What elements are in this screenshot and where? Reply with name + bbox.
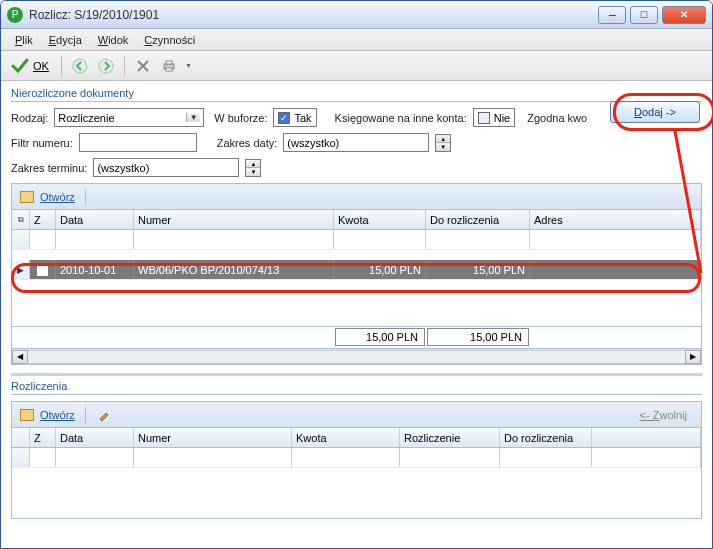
scroll-right-icon[interactable]: ▶ bbox=[685, 350, 701, 364]
menu-widok[interactable]: Widok bbox=[92, 32, 135, 48]
checkbox-unchecked-icon[interactable] bbox=[478, 112, 490, 124]
separator bbox=[85, 189, 86, 205]
col-dorozliczenia[interactable]: Do rozliczenia bbox=[500, 428, 592, 447]
row-pointer-icon: ▶ bbox=[12, 260, 30, 279]
col-z[interactable]: Z bbox=[30, 210, 56, 229]
row-marker-header[interactable]: ⧉ bbox=[12, 210, 30, 229]
spin-down-icon[interactable]: ▼ bbox=[436, 143, 450, 151]
col-dorozliczenia[interactable]: Do rozliczenia bbox=[426, 210, 530, 229]
folder-open-icon[interactable] bbox=[20, 191, 34, 203]
grid2-body bbox=[12, 448, 701, 518]
scroll-left-icon[interactable]: ◀ bbox=[12, 350, 28, 364]
svg-point-1 bbox=[99, 59, 113, 73]
app-icon: P bbox=[7, 7, 23, 23]
ksieg-label: Księgowane na inne konta: bbox=[335, 112, 467, 124]
section-rozliczenia-label: Rozliczenia bbox=[11, 380, 702, 392]
wbuforze-label: W buforze: bbox=[214, 112, 267, 124]
svg-point-0 bbox=[73, 59, 87, 73]
grid1: ⧉ Z Data Numer Kwota Do rozliczenia Adre… bbox=[11, 209, 702, 349]
check-icon bbox=[11, 58, 29, 74]
separator bbox=[124, 56, 125, 76]
dodaj-button[interactable]: Dodaj -> bbox=[610, 101, 700, 123]
rodzaj-label: Rodzaj: bbox=[11, 112, 48, 124]
col-rest[interactable] bbox=[592, 428, 701, 447]
ksieg-field[interactable]: Nie bbox=[473, 108, 516, 127]
scroll-track[interactable] bbox=[28, 350, 685, 364]
svg-rect-4 bbox=[166, 68, 172, 71]
footer-dor: 15,00 PLN bbox=[427, 328, 529, 346]
col-data[interactable]: Data bbox=[56, 210, 134, 229]
dropdown-caret-icon[interactable]: ▼ bbox=[185, 62, 192, 69]
grid2-header: Z Data Numer Kwota Rozliczenie Do rozlic… bbox=[12, 428, 701, 448]
grid1-toolbar: Otwórz bbox=[11, 183, 702, 209]
cell-data: 2010-10-01 bbox=[56, 260, 134, 279]
col-numer[interactable]: Numer bbox=[134, 428, 292, 447]
footer-kwota: 15,00 PLN bbox=[335, 328, 425, 346]
zakres-daty-label: Zakres daty: bbox=[217, 137, 278, 149]
col-kwota[interactable]: Kwota bbox=[292, 428, 400, 447]
table-row[interactable]: ▶ 2010-10-01 WB/06/PKO BP/2010/074/13 15… bbox=[12, 260, 701, 280]
separator bbox=[11, 394, 702, 395]
rodzaj-value[interactable] bbox=[58, 110, 186, 125]
filtr-label: Filtr numeru: bbox=[11, 137, 73, 149]
zakres-daty-spinner[interactable]: ▲▼ bbox=[435, 134, 451, 152]
col-data[interactable]: Data bbox=[56, 428, 134, 447]
zakres-terminu-input[interactable] bbox=[93, 158, 239, 177]
folder-open-icon[interactable] bbox=[20, 409, 34, 421]
zakres-daty-input[interactable] bbox=[283, 133, 429, 152]
table-row[interactable] bbox=[12, 448, 701, 468]
rodzaj-combo[interactable]: ▼ bbox=[54, 108, 204, 127]
close-button[interactable] bbox=[662, 6, 706, 24]
menu-czynnosci[interactable]: Czynności bbox=[138, 32, 201, 48]
checkbox-checked-icon[interactable]: ✓ bbox=[278, 112, 290, 124]
grid2: Z Data Numer Kwota Rozliczenie Do rozlic… bbox=[11, 427, 702, 519]
col-adres[interactable]: Adres bbox=[530, 210, 701, 229]
col-kwota[interactable]: Kwota bbox=[334, 210, 426, 229]
row-marker-header[interactable] bbox=[12, 428, 30, 447]
zakres-terminu-spinner[interactable]: ▲▼ bbox=[245, 159, 261, 177]
nav-fwd-icon[interactable] bbox=[96, 56, 116, 76]
table-row[interactable] bbox=[12, 230, 701, 250]
window-buttons bbox=[598, 6, 706, 24]
grid1-header: ⧉ Z Data Numer Kwota Do rozliczenia Adre… bbox=[12, 210, 701, 230]
menubar: Plik Edycja Widok Czynności bbox=[1, 29, 712, 51]
row-checkbox[interactable] bbox=[36, 263, 49, 277]
window-title: Rozlicz: S/19/2010/1901 bbox=[29, 8, 598, 22]
tools-icon[interactable] bbox=[133, 56, 153, 76]
spin-up-icon[interactable]: ▲ bbox=[246, 160, 260, 168]
chevron-down-icon[interactable]: ▼ bbox=[186, 113, 200, 122]
toolbar: OK ▼ bbox=[1, 51, 712, 81]
menu-plik[interactable]: Plik bbox=[9, 32, 39, 48]
zwolnij-button[interactable]: <- Zwolnij bbox=[634, 407, 693, 423]
print-icon[interactable] bbox=[159, 56, 179, 76]
separator bbox=[61, 56, 62, 76]
nav-back-icon[interactable] bbox=[70, 56, 90, 76]
grid1-footer: 15,00 PLN 15,00 PLN bbox=[12, 326, 701, 348]
open-link[interactable]: Otwórz bbox=[40, 409, 75, 421]
section-nierozliczone-label: Nierozliczone dokumenty bbox=[11, 87, 702, 99]
open-link[interactable]: Otwórz bbox=[40, 191, 75, 203]
maximize-button[interactable] bbox=[630, 6, 658, 24]
window: P Rozlicz: S/19/2010/1901 Plik Edycja Wi… bbox=[0, 0, 713, 549]
ok-button[interactable]: OK bbox=[7, 56, 53, 76]
separator bbox=[85, 407, 86, 423]
col-numer[interactable]: Numer bbox=[134, 210, 334, 229]
svg-rect-3 bbox=[166, 61, 172, 64]
zakres-terminu-label: Zakres terminu: bbox=[11, 162, 87, 174]
wbuforze-field[interactable]: ✓ Tak bbox=[273, 108, 316, 127]
grid1-hscroll[interactable]: ◀ ▶ bbox=[11, 349, 702, 365]
titlebar: P Rozlicz: S/19/2010/1901 bbox=[1, 1, 712, 29]
grid2-toolbar: Otwórz <- Zwolnij bbox=[11, 401, 702, 427]
col-rozliczenie[interactable]: Rozliczenie bbox=[400, 428, 500, 447]
minimize-button[interactable] bbox=[598, 6, 626, 24]
zgodna-label: Zgodna kwo bbox=[527, 112, 587, 124]
col-z[interactable]: Z bbox=[30, 428, 56, 447]
dodaj-wrap: Dodaj -> bbox=[610, 101, 700, 123]
spin-up-icon[interactable]: ▲ bbox=[436, 135, 450, 143]
edit-icon[interactable] bbox=[98, 409, 110, 421]
spin-down-icon[interactable]: ▼ bbox=[246, 168, 260, 176]
cell-adres bbox=[530, 260, 701, 279]
menu-edycja[interactable]: Edycja bbox=[43, 32, 88, 48]
filtr-input[interactable] bbox=[79, 133, 197, 152]
separator bbox=[11, 101, 702, 102]
